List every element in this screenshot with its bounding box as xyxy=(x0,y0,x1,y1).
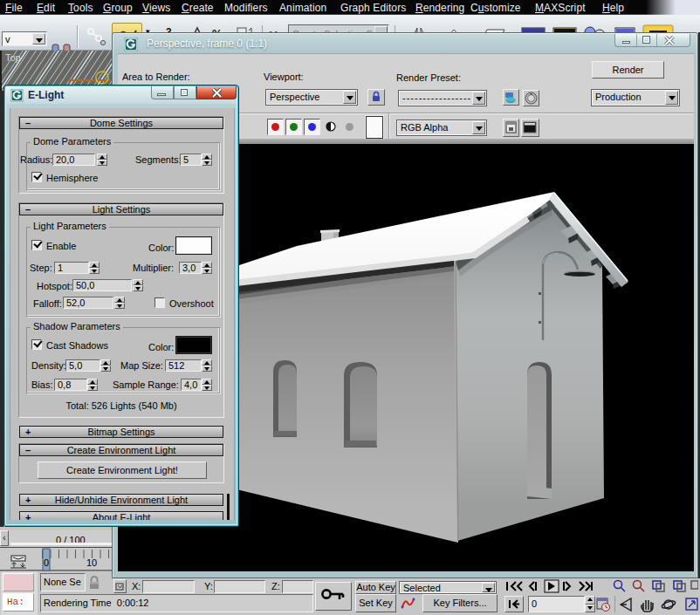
svg-text:0: 0 xyxy=(44,557,49,568)
svg-text:10: 10 xyxy=(86,557,97,568)
